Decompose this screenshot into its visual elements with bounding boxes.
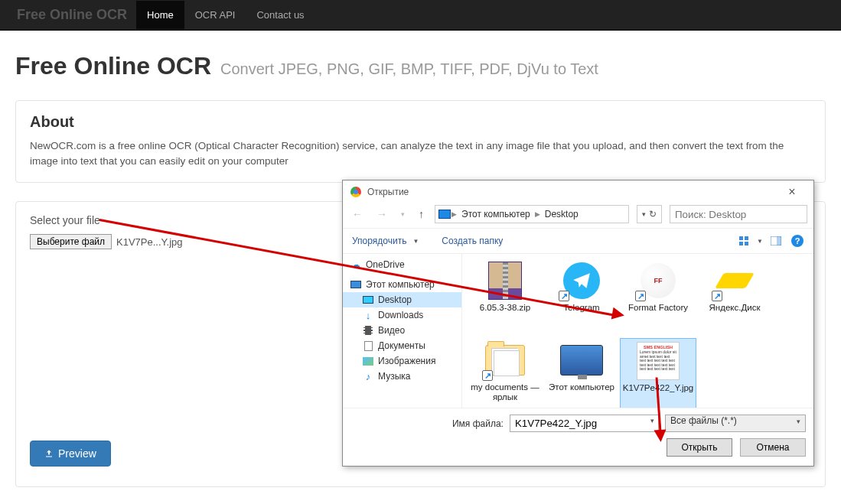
open-button[interactable]: Открыть	[667, 438, 732, 457]
shortcut-icon: ↗	[712, 291, 722, 301]
shortcut-icon: ↗	[559, 291, 569, 301]
document-icon	[364, 341, 373, 351]
path-seg-pc[interactable]: Этот компьютер	[458, 207, 534, 221]
image-thumbnail: SMS ENGLISHLorem ipsum dolor sit amet te…	[637, 342, 680, 380]
file-item-yandex-disk[interactable]: ↗ Яндекс.Диск	[696, 259, 773, 338]
desktop-icon	[363, 296, 373, 304]
page-title: Free Online OCR	[15, 52, 211, 80]
tree-desktop[interactable]: Desktop	[343, 292, 461, 307]
nav-ocr-api[interactable]: OCR API	[184, 1, 246, 29]
tree-music[interactable]: ♪Музыка	[343, 369, 461, 384]
file-item-selected-image[interactable]: SMS ENGLISHLorem ipsum dolor sit amet te…	[620, 338, 696, 408]
new-folder-button[interactable]: Создать папку	[440, 234, 504, 248]
download-icon: ↓	[363, 310, 373, 320]
page-subtitle: Convert JPEG, PNG, GIF, BMP, TIFF, PDF, …	[220, 60, 598, 78]
tree-documents[interactable]: Документы	[343, 338, 461, 353]
file-item-archive[interactable]: 6.05.3-38.zip	[467, 259, 543, 338]
file-item-my-documents[interactable]: ↗ my documents — ярлык	[467, 338, 543, 408]
archive-icon	[488, 262, 522, 300]
shortcut-icon: ↗	[482, 370, 493, 381]
filename-label: Имя файла:	[350, 418, 504, 429]
cancel-button[interactable]: Отмена	[740, 438, 806, 457]
preview-button-label: Preview	[58, 447, 96, 460]
svg-rect-5	[777, 236, 781, 245]
image-icon	[363, 357, 373, 366]
nav-home[interactable]: Home	[136, 1, 184, 29]
preview-button[interactable]: Preview	[30, 441, 111, 467]
video-icon	[363, 326, 373, 335]
chevron-down-icon[interactable]: ▼	[757, 238, 763, 245]
cloud-icon: ☁	[350, 259, 361, 270]
chevron-right-icon: ▶	[535, 210, 540, 218]
navbar: Free Online OCR Home OCR API Contact us	[0, 0, 841, 31]
svg-rect-2	[739, 242, 743, 245]
close-icon[interactable]: ×	[778, 185, 806, 199]
tree-onedrive[interactable]: ☁OneDrive	[343, 257, 461, 272]
dialog-title: Открытие	[367, 187, 778, 197]
nav-contact[interactable]: Contact us	[246, 1, 315, 29]
chevron-down-icon[interactable]: ▼	[412, 238, 419, 245]
nav-history-icon[interactable]: ▾	[398, 209, 408, 219]
view-large-icons[interactable]	[735, 233, 752, 249]
brand: Free Online OCR	[8, 7, 136, 23]
about-title: About	[30, 113, 811, 131]
svg-rect-1	[745, 236, 748, 240]
chrome-icon	[350, 187, 361, 197]
tree-this-pc[interactable]: Этот компьютер	[343, 277, 461, 292]
folder-tree: ☁OneDrive Этот компьютер Desktop ↓Downlo…	[343, 254, 462, 408]
tree-images[interactable]: Изображения	[343, 353, 461, 369]
upload-icon	[44, 449, 54, 458]
about-panel: About NewOCR.com is a free online OCR (O…	[15, 100, 826, 183]
file-item-this-pc[interactable]: Этот компьютер	[543, 338, 620, 408]
pc-icon	[438, 210, 451, 219]
help-icon[interactable]: ?	[789, 233, 806, 249]
filename-input[interactable]	[510, 415, 659, 432]
path-box[interactable]: ▶ Этот компьютер ▶ Desktop	[435, 205, 629, 223]
file-type-filter[interactable]: Все файлы (*.*)	[665, 415, 806, 432]
nav-up-icon[interactable]: ↑	[416, 206, 427, 222]
svg-rect-3	[745, 242, 748, 245]
svg-rect-0	[739, 236, 743, 240]
file-grid: 6.05.3-38.zip ↗ Telegram FF↗ Format Fact…	[462, 254, 813, 408]
shortcut-icon: ↗	[635, 291, 646, 301]
chevron-down-icon[interactable]: ▾	[642, 210, 646, 218]
nav-forward-icon[interactable]: →	[373, 206, 390, 222]
preview-pane-icon[interactable]	[768, 233, 784, 249]
organize-menu[interactable]: Упорядочить	[350, 234, 408, 248]
choose-file-button[interactable]: Выберите файл	[30, 234, 112, 249]
tree-downloads[interactable]: ↓Downloads	[343, 307, 461, 323]
nav-back-icon[interactable]: ←	[349, 206, 366, 222]
chevron-right-icon: ▶	[451, 210, 457, 218]
pc-icon	[560, 345, 603, 376]
tree-video[interactable]: Видео	[343, 323, 461, 338]
chosen-file-name: K1V7Pe...Y.jpg	[116, 236, 183, 248]
music-icon: ♪	[363, 371, 373, 382]
file-item-format-factory[interactable]: FF↗ Format Factory	[620, 259, 696, 338]
search-input[interactable]	[670, 205, 807, 223]
about-text: NewOCR.com is a free online OCR (Optical…	[30, 138, 811, 168]
pc-icon	[350, 281, 361, 288]
file-item-telegram[interactable]: ↗ Telegram	[543, 259, 620, 338]
path-seg-desktop[interactable]: Desktop	[541, 207, 582, 221]
refresh-icon[interactable]: ↻	[649, 209, 657, 219]
file-open-dialog: Открытие × ← → ▾ ↑ ▶ Этот компьютер ▶ De…	[342, 180, 814, 467]
